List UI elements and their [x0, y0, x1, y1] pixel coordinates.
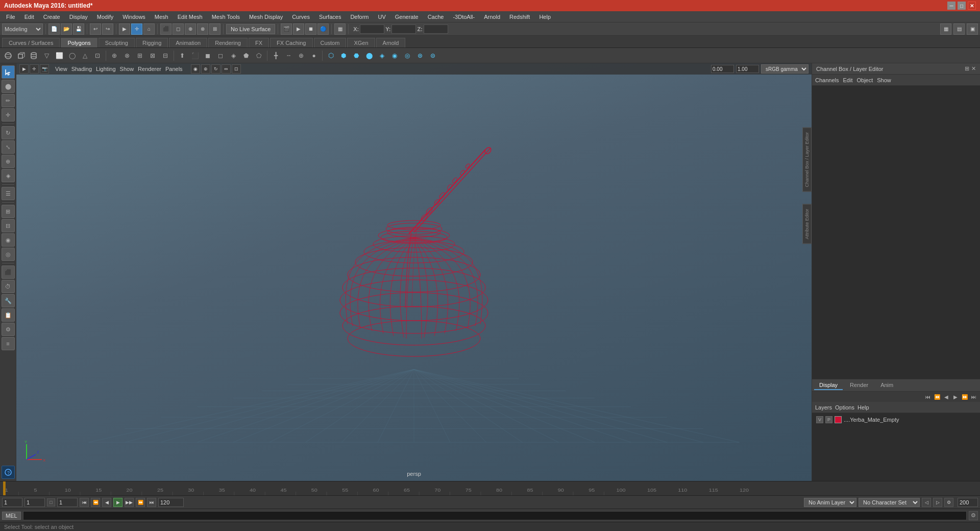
menu-mesh-tools[interactable]: Mesh Tools — [208, 13, 244, 21]
tab-rendering[interactable]: Rendering — [208, 38, 248, 47]
vp-menu-show[interactable]: Show — [120, 66, 134, 72]
anim-layer-select[interactable]: No Anim Layer — [804, 498, 856, 507]
menu-deform[interactable]: Deform — [346, 13, 373, 21]
mel-label[interactable]: MEL — [2, 512, 21, 520]
vp-cam4[interactable]: ⇔ — [222, 64, 231, 74]
transform2-btn[interactable]: ◻ — [173, 23, 184, 35]
mel-options-btn[interactable]: ⚙ — [969, 511, 978, 520]
undo-btn[interactable]: ↩ — [90, 23, 101, 35]
torus-icon-btn[interactable]: ◯ — [66, 50, 78, 62]
range-end-input[interactable] — [158, 498, 184, 507]
tab-curves-surfaces[interactable]: Curves / Surfaces — [2, 38, 60, 47]
menu-redshift[interactable]: Redshift — [505, 13, 534, 21]
no-live-surface-btn[interactable]: No Live Surface — [226, 24, 275, 34]
menu-window[interactable]: Windows — [118, 13, 150, 21]
wedge-btn[interactable]: ⬟ — [240, 50, 252, 62]
uv4-btn[interactable]: ⬤ — [363, 50, 375, 62]
layout1-btn[interactable]: ▦ — [334, 23, 346, 35]
render3-btn[interactable]: ⏹ — [305, 23, 316, 35]
pb-skip-start[interactable]: ⏮ — [924, 393, 932, 401]
mode-dropdown[interactable]: Modeling — [2, 23, 43, 35]
menu-help[interactable]: Help — [535, 13, 555, 21]
help-menu-layers[interactable]: Help — [857, 404, 869, 411]
vp-menu-lighting[interactable]: Lighting — [96, 66, 116, 72]
menu-mesh-display[interactable]: Mesh Display — [245, 13, 287, 21]
uv9-btn[interactable]: ⊜ — [427, 50, 439, 62]
attribute-editor-side-tab[interactable]: Attribute Editor — [802, 204, 812, 244]
start-frame-input[interactable] — [2, 498, 22, 507]
maximize-button[interactable]: □ — [958, 2, 966, 10]
menu-file[interactable]: File — [2, 13, 19, 21]
vp-val2[interactable] — [736, 65, 759, 73]
x-input[interactable] — [360, 25, 384, 34]
vp-camera-btn[interactable]: 📷 — [40, 64, 49, 74]
poke-btn[interactable]: ◈ — [227, 50, 239, 62]
current-frame-input[interactable] — [24, 498, 45, 507]
render2-btn[interactable]: ▶ — [293, 23, 304, 35]
select-tool-btn[interactable]: ▶ — [119, 23, 130, 35]
channel-box-side-tab[interactable]: Channel Box / Layer Editor — [802, 128, 812, 192]
render-icon[interactable]: ⬛ — [2, 266, 15, 279]
snap-grid[interactable]: ⊞ — [2, 205, 15, 218]
ch-menu-edit[interactable]: Edit — [843, 77, 852, 83]
pb-next[interactable]: ▶ — [951, 393, 960, 401]
anim-btn1[interactable]: ◁ — [922, 498, 931, 507]
ch-menu-channels[interactable]: Channels — [815, 77, 839, 83]
snap-point[interactable]: ◉ — [2, 233, 15, 247]
layout-btn2[interactable]: ▤ — [953, 23, 965, 35]
viewport[interactable]: ▶ ✛ 📷 View Shading Lighting Show Rendere… — [16, 63, 812, 481]
rotate-tool[interactable]: ↻ — [2, 126, 15, 139]
sculpt-tool[interactable]: ✏ — [2, 94, 15, 107]
plane-icon-btn[interactable]: ⬜ — [53, 50, 65, 62]
menu-edit[interactable]: Edit — [20, 13, 38, 21]
options-menu[interactable]: Options — [835, 404, 854, 411]
combine-btn[interactable]: ⊕ — [108, 50, 120, 62]
channel-box-expand[interactable]: ⊞ — [965, 65, 969, 72]
paint-tool[interactable]: ⬤ — [2, 80, 15, 93]
close-button[interactable]: ✕ — [968, 2, 976, 10]
uv8-btn[interactable]: ⊛ — [414, 50, 426, 62]
menu-display[interactable]: Display — [65, 13, 92, 21]
transform1-btn[interactable]: ⬛ — [160, 23, 172, 35]
pb-next-frame[interactable]: ⏩ — [961, 393, 969, 401]
attr-btn[interactable]: ⚙ — [2, 323, 15, 336]
tab-arnold[interactable]: Arnold — [376, 38, 406, 47]
tab-xgen[interactable]: XGen — [347, 38, 375, 47]
universal-manip[interactable]: ⊕ — [2, 155, 15, 168]
pb-prev-frame[interactable]: ⏪ — [933, 393, 941, 401]
duplicate-face-btn[interactable]: ⬠ — [253, 50, 265, 62]
tab-polygons[interactable]: Polygons — [61, 38, 97, 47]
layer-visibility[interactable]: V — [816, 416, 823, 423]
layer-render-flag[interactable]: P — [825, 416, 832, 423]
vp-menu-shading[interactable]: Shading — [71, 66, 92, 72]
separate-btn[interactable]: ⊗ — [121, 50, 133, 62]
lasso-btn[interactable]: ⌂ — [143, 23, 155, 35]
ch-menu-show[interactable]: Show — [877, 77, 891, 83]
layer-row[interactable]: V P ....Yerba_Mate_Empty — [814, 415, 978, 424]
uv5-btn[interactable]: ◈ — [376, 50, 388, 62]
show-manip[interactable]: ☰ — [2, 187, 15, 200]
menu-mesh[interactable]: Mesh — [151, 13, 173, 21]
detach-btn[interactable]: ╌ — [282, 50, 295, 62]
tab-anim[interactable]: Anim — [875, 381, 898, 390]
outliner-btn[interactable]: 📋 — [2, 308, 15, 322]
menu-arnold[interactable]: Arnold — [480, 13, 504, 21]
vp-cam1[interactable]: ◉ — [191, 64, 200, 74]
tab-custom[interactable]: Custom — [314, 38, 347, 47]
pb-skip-end[interactable]: ⏭ — [970, 393, 978, 401]
pb-skip-end-btn[interactable]: ⏭ — [147, 498, 156, 507]
pb-skip-start-btn[interactable]: ⏮ — [80, 498, 89, 507]
bridge-btn[interactable]: ⬛ — [189, 50, 201, 62]
uv1-btn[interactable]: ⬡ — [325, 50, 337, 62]
tab-render[interactable]: Render — [845, 381, 873, 390]
range-start-input[interactable] — [57, 498, 78, 507]
prism-icon-btn[interactable]: △ — [79, 50, 91, 62]
vp-select-btn[interactable]: ▶ — [19, 64, 29, 74]
transform4-btn[interactable]: ⊗ — [197, 23, 208, 35]
render4-btn[interactable]: 🔵 — [317, 23, 329, 35]
pb-step-fwd-btn[interactable]: ⏩ — [136, 498, 145, 507]
snap-curve[interactable]: ⊟ — [2, 219, 15, 232]
boolean-btn[interactable]: ⊠ — [146, 50, 159, 62]
layers-menu[interactable]: Layers — [815, 404, 832, 411]
uv7-btn[interactable]: ◎ — [401, 50, 413, 62]
